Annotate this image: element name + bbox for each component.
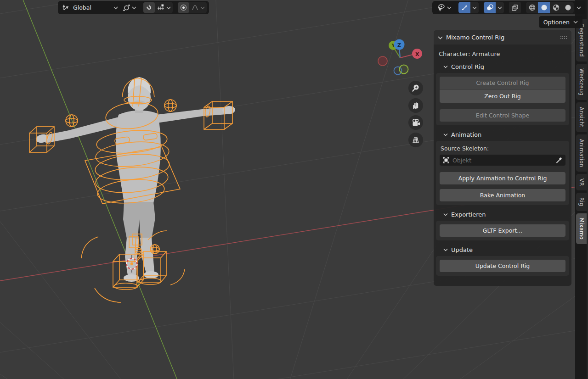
camera-icon [411,118,421,127]
gizmo-x-label: X [415,51,419,57]
xray-toggle[interactable] [509,2,521,13]
chevron-down-icon [447,6,452,10]
animation-body: Source Skeleton: Objekt Apply Animation … [436,141,569,205]
xray-squares-icon [511,4,519,12]
mixamo-panel: Mixamo Control Rig Character: Armature C… [434,30,571,286]
shading-cluster [526,2,574,13]
update-body: Update Control Rig [436,256,569,276]
section-header-export[interactable]: Exportieren [443,211,567,218]
sidebar-tab-animation[interactable]: Animation [576,134,587,172]
panel-title: Mixamo Control Rig [446,34,557,41]
object-square-icon [442,156,450,164]
sidebar-tab-werkzeug[interactable]: Werkzeug [576,64,587,100]
chevron-down-icon [166,6,171,10]
chevron-down-icon [472,6,477,10]
section-title: Update [451,246,473,253]
gizmo-minus-y-ball[interactable] [400,65,408,74]
zoom-icon [411,84,420,93]
proportional-editing-icon [180,4,187,11]
chevron-down-icon [443,65,448,68]
eye-pointer-icon [436,4,446,12]
blender-3d-viewport: Global [0,0,588,379]
camera-view-button[interactable] [408,115,423,130]
bake-animation-button[interactable]: Bake Animation [440,189,565,201]
drag-dots-icon[interactable] [560,35,567,40]
snap-increment-icon [157,4,165,11]
pan-hand-icon [411,101,420,110]
chevron-down-icon [132,6,136,10]
chevron-down-icon [573,20,578,24]
pivot-point-dropdown[interactable] [121,2,138,13]
eyedropper-icon[interactable] [555,156,563,164]
gizmo-toggle[interactable] [458,2,470,13]
gltf-export-button[interactable]: GLTF Export... [440,224,565,237]
wireframe-sphere-icon [528,4,536,11]
overlays-toggle[interactable] [484,2,496,13]
axes-icon [62,4,70,11]
gizmo-dropdown[interactable] [470,2,479,13]
create-control-rig-button[interactable]: Create Control Rig [440,77,565,89]
options-label: Optionen [543,19,570,26]
character-label: Character: Armature [439,50,566,57]
sidebar-tab-mixamo[interactable]: Mixamo [576,213,587,244]
options-dropdown[interactable]: Optionen [539,16,582,28]
zero-out-rig-button[interactable]: Zero Out Rig [440,89,565,103]
object-placeholder: Objekt [452,157,553,164]
y-axis-line [16,0,185,379]
apply-animation-button[interactable]: Apply Animation to Control Rig [440,172,565,184]
proportional-editing-toggle[interactable] [178,2,189,13]
panel-header[interactable]: Mixamo Control Rig [434,30,571,45]
shading-wireframe-button[interactable] [526,2,538,13]
section-header-control-rig[interactable]: Control Rig [443,63,567,70]
zoom-button[interactable] [408,81,423,95]
section-title: Control Rig [451,63,484,70]
chevron-down-icon [443,213,448,216]
gizmo-z-label: Z [397,42,401,48]
material-sphere-icon [552,4,560,11]
transform-orientation-dropdown[interactable]: Global [60,2,120,13]
overlays-dropdown[interactable] [496,2,504,13]
magnet-icon [145,4,153,11]
pan-button[interactable] [408,98,423,113]
section-title: Animation [451,131,481,138]
shading-dropdown[interactable] [575,2,583,13]
section-title: Exportieren [451,211,486,218]
sidebar-tab-rig[interactable]: Rig [576,193,587,211]
source-skeleton-label: Source Skeleton: [441,145,565,152]
overlays-cluster [484,2,504,13]
chevron-down-icon [498,6,502,10]
header-tool-group-right [432,1,585,14]
gizmo-cluster [458,2,479,13]
orientation-value: Global [71,4,93,11]
snap-toggle-button[interactable] [143,2,155,13]
visibility-dropdown[interactable] [435,2,453,13]
chevron-down-icon [113,6,118,10]
gizmo-minus-x-ball[interactable] [378,56,387,66]
shading-solid-button[interactable] [538,2,550,13]
navigation-gizmo[interactable]: Y Z X [376,36,424,80]
edit-control-shape-button[interactable]: Edit Control Shape [440,109,565,122]
falloff-dropdown[interactable] [189,2,207,13]
orthographic-grid-icon [411,135,420,145]
shading-rendered-button[interactable] [562,2,574,13]
snap-settings-dropdown[interactable] [155,2,173,13]
snap-cluster [143,2,173,13]
sidebar-tab-strip: Gegenstand Werkzeug Ansicht Animation VR… [575,0,588,379]
header-tool-group-left: Global [58,1,209,14]
export-body: GLTF Export... [436,221,569,240]
solid-sphere-icon [540,4,548,11]
section-header-update[interactable]: Update [443,246,567,253]
chevron-down-icon [577,6,581,10]
gizmo-arrow-icon [461,4,469,11]
pivot-point-icon [123,4,130,11]
section-header-animation[interactable]: Animation [443,131,567,138]
chevron-down-icon [200,6,205,10]
source-skeleton-field[interactable]: Objekt [440,155,565,166]
update-control-rig-button[interactable]: Update Control Rig [440,260,565,272]
shading-material-button[interactable] [550,2,562,13]
sidebar-tab-ansicht[interactable]: Ansicht [576,102,587,132]
sidebar-tab-vr[interactable]: VR [576,174,587,190]
orthographic-toggle-button[interactable] [408,133,423,147]
chevron-down-icon [443,133,448,136]
chevron-down-icon [438,36,443,39]
